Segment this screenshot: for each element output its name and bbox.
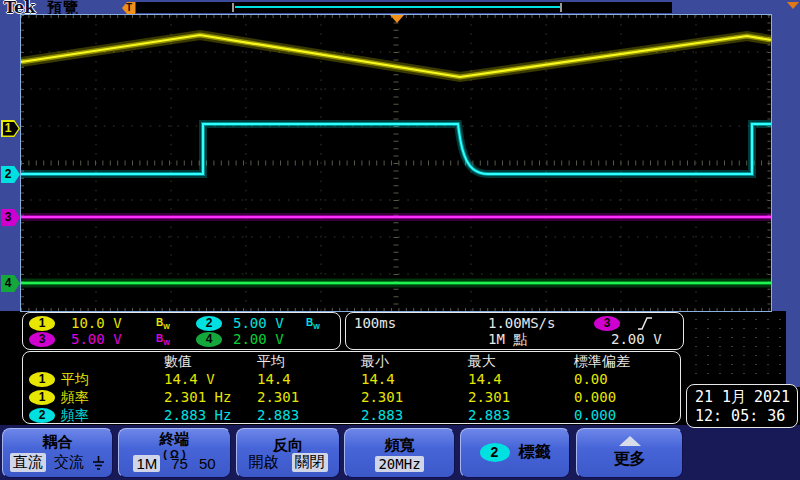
channel-scale-readout: 1 10.0 V BW 2 5.00 V BW 3 5.00 V BW 4 2.… [22, 312, 341, 350]
measurement-row-ch2-freq: 2 頻率 2.883 Hz 2.883 2.883 2.883 0.000 [23, 407, 680, 424]
right-rail-lower [786, 311, 800, 387]
ch4-badge: 4 [196, 332, 222, 347]
label-button[interactable]: 2 標籤 [460, 428, 570, 478]
ch3-bw-limit-icon: BW [156, 333, 170, 346]
record-length: 1M 點 [488, 331, 527, 349]
trigger-position-icon[interactable]: T [122, 2, 135, 14]
window-bracket-right-icon [560, 3, 562, 12]
trigger-level: 2.00 V [611, 331, 662, 347]
more-button[interactable]: 更多 [576, 428, 683, 478]
ch2-position-marker[interactable]: 2 [1, 166, 20, 183]
measurement-table: 數值 平均 最小 最大 標準偏差 1 平均 14.4 V 14.4 14.4 1… [22, 351, 681, 424]
ch1-bw-limit-icon: BW [156, 317, 170, 330]
coupling-button[interactable]: 耦合 直流 交流 [2, 428, 113, 478]
invert-option-on[interactable]: 開啟 [249, 453, 279, 472]
termination-option-75[interactable]: 75 [171, 455, 188, 472]
ch3-scale: 5.00 V [71, 331, 122, 347]
top-status-bar: Tek 預覽 T [0, 0, 800, 15]
record-window-line [235, 6, 561, 8]
termination-option-1m[interactable]: 1M [133, 455, 160, 472]
sample-rate: 1.00MS/s [488, 315, 555, 331]
trigger-source-badge: 3 [594, 316, 620, 331]
date-label: 21 1月 [695, 388, 746, 407]
ch3-position-marker[interactable]: 3 [1, 209, 20, 226]
ch1-scale: 10.0 V [71, 315, 122, 331]
measurement-row-ch1-freq: 1 頻率 2.301 Hz 2.301 2.301 2.301 0.000 [23, 389, 680, 406]
trigger-slope-rising-icon [636, 316, 654, 331]
horizontal-trigger-readout: 100ms 1.00MS/s 1M 點 3 2.00 V [345, 312, 684, 350]
graticule-and-waveforms [21, 15, 771, 311]
ch3-badge: 3 [29, 332, 55, 347]
softkey-menu-bar: 耦合 直流 交流 終端 ( Ω ) 1M 75 50 反向 開啟 關閉 [0, 425, 800, 480]
left-rail [0, 15, 20, 311]
measurement-header-row: 數值 平均 最小 最大 標準偏差 [23, 353, 680, 370]
more-up-arrow-icon [619, 436, 641, 446]
time-label: 12: 05: 36 [695, 407, 785, 425]
trigger-time-marker-icon [390, 15, 404, 23]
ch4-position-marker[interactable]: 4 [1, 275, 20, 292]
menu-indicator-icon [787, 2, 799, 9]
ch2-badge: 2 [196, 316, 222, 331]
waveform-display[interactable] [20, 14, 772, 312]
invert-option-off[interactable]: 關閉 [292, 453, 328, 472]
coupling-option-dc[interactable]: 直流 [10, 453, 46, 472]
ch4-scale: 2.00 V [233, 331, 284, 347]
window-bracket-left-icon [232, 3, 234, 12]
invert-button[interactable]: 反向 開啟 關閉 [236, 428, 340, 478]
coupling-option-ground-icon[interactable] [92, 455, 105, 471]
bandwidth-value[interactable]: 20MHz [375, 456, 423, 472]
ch2-scale: 5.00 V [233, 315, 284, 331]
ch1-position-marker[interactable]: 1 [1, 120, 20, 137]
termination-option-50[interactable]: 50 [199, 455, 216, 472]
right-rail [771, 15, 800, 311]
measurement-row-ch1-mean: 1 平均 14.4 V 14.4 14.4 14.4 0.00 [23, 371, 680, 388]
ch1-badge: 1 [29, 316, 55, 331]
graticule-dot-patch [690, 315, 782, 377]
year-label: 2021 [754, 388, 790, 406]
ch2-bw-limit-icon: BW [306, 317, 320, 330]
termination-button[interactable]: 終端 ( Ω ) 1M 75 50 [118, 428, 231, 478]
bandwidth-button[interactable]: 頻寬 20MHz [344, 428, 455, 478]
coupling-option-ac[interactable]: 交流 [54, 453, 84, 472]
timebase: 100ms [354, 315, 396, 331]
record-view-bar[interactable] [136, 2, 672, 13]
oscilloscope-screen: Tek 預覽 T 1 2 3 4 [0, 0, 800, 480]
datetime-box: 21 1月 2021 12: 05: 36 [686, 384, 798, 428]
label-ch2-badge: 2 [480, 443, 510, 462]
